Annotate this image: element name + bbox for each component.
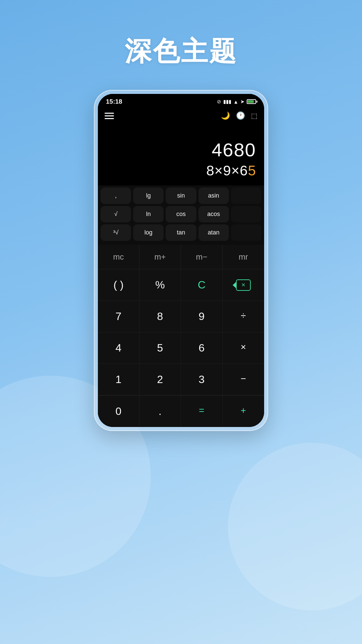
signal-icon: ▮▮▮ <box>223 99 231 105</box>
sci-btn-cos[interactable]: cos <box>166 206 196 222</box>
add-button[interactable]: + <box>223 396 264 427</box>
sci-btn-acos[interactable]: acos <box>198 206 229 222</box>
sci-btn-ln[interactable]: ln <box>133 206 164 222</box>
parentheses-button[interactable]: ( ) <box>98 269 139 301</box>
sci-btn-log[interactable]: log <box>133 224 164 241</box>
sci-btn-atan[interactable]: atan <box>198 224 229 241</box>
memory-row: mc m+ m− mr <box>98 245 264 269</box>
sci-btn-sin[interactable]: sin <box>166 187 196 204</box>
sci-btn-asin[interactable]: asin <box>198 187 229 204</box>
battery-icon <box>247 99 256 104</box>
key-3[interactable]: 3 <box>181 364 223 395</box>
key-8[interactable]: 8 <box>139 301 181 332</box>
key-2[interactable]: 2 <box>139 364 181 395</box>
key-row-789: 7 8 9 ÷ <box>98 301 264 332</box>
percent-button[interactable]: % <box>139 269 181 301</box>
keypad-section: mc m+ m− mr ( ) % C × 7 <box>98 245 264 427</box>
m-plus-button[interactable]: m+ <box>139 245 181 269</box>
bg-decoration-2 <box>228 443 362 610</box>
m-minus-button[interactable]: m− <box>181 245 223 269</box>
key-row-456: 4 5 6 × <box>98 332 264 364</box>
divide-button[interactable]: ÷ <box>223 301 264 332</box>
sci-row-2: √ ln cos acos <box>101 206 261 222</box>
cursor-char: 5 <box>248 163 256 178</box>
key-0[interactable]: 0 <box>98 396 139 427</box>
menu-button[interactable] <box>105 113 114 119</box>
key-row-0: 0 . = + <box>98 395 264 427</box>
subtract-button[interactable]: − <box>223 364 264 395</box>
key-6[interactable]: 6 <box>181 332 223 364</box>
decimal-button[interactable]: . <box>139 396 181 427</box>
sci-btn-extra1[interactable] <box>231 187 261 204</box>
alarm-icon: ⊘ <box>217 99 221 105</box>
mc-button[interactable]: mc <box>98 245 139 269</box>
sci-btn-comma[interactable]: , <box>101 187 131 204</box>
settings-icon[interactable]: ⬚ <box>251 112 257 120</box>
display-area: 4680 8×9×65 <box>98 125 264 185</box>
sci-btn-cbrt[interactable]: ³√ <box>101 224 131 241</box>
phone-frame: 15:18 ⊘ ▮▮▮ ▲ ➤ 🌙 🕐 ⬚ <box>94 90 268 431</box>
key-row-123: 1 2 3 − <box>98 364 264 395</box>
app-header: 🌙 🕐 ⬚ <box>98 108 264 125</box>
sci-btn-sqrt[interactable]: √ <box>101 206 131 222</box>
backspace-icon: × <box>236 279 251 291</box>
status-icons: ⊘ ▮▮▮ ▲ ➤ <box>217 99 256 105</box>
clear-button[interactable]: C <box>181 269 223 301</box>
mr-button[interactable]: mr <box>223 245 264 269</box>
key-4[interactable]: 4 <box>98 332 139 364</box>
status-time: 15:18 <box>106 98 122 105</box>
key-7[interactable]: 7 <box>98 301 139 332</box>
sci-btn-extra2[interactable] <box>231 206 261 222</box>
expression-text: 8×9×6 <box>206 163 248 178</box>
key-1[interactable]: 1 <box>98 364 139 395</box>
key-row-special: ( ) % C × <box>98 269 264 301</box>
sci-btn-lg[interactable]: lg <box>133 187 164 204</box>
key-rows: ( ) % C × 7 8 9 ÷ 4 5 <box>98 269 264 427</box>
key-5[interactable]: 5 <box>139 332 181 364</box>
night-mode-icon[interactable]: 🌙 <box>221 111 230 120</box>
status-bar: 15:18 ⊘ ▮▮▮ ▲ ➤ <box>98 94 264 108</box>
header-right-icons: 🌙 🕐 ⬚ <box>221 111 257 120</box>
sci-row-3: ³√ log tan atan <box>101 224 261 241</box>
key-9[interactable]: 9 <box>181 301 223 332</box>
sci-btn-extra3[interactable] <box>231 224 261 241</box>
result-display: 4680 <box>106 139 256 161</box>
arrow-icon: ➤ <box>240 99 245 105</box>
history-icon[interactable]: 🕐 <box>236 111 245 120</box>
expression-display: 8×9×65 <box>106 163 256 179</box>
phone-screen: 15:18 ⊘ ▮▮▮ ▲ ➤ 🌙 🕐 ⬚ <box>98 94 264 427</box>
sci-section: , lg sin asin √ ln cos acos ³√ log tan a… <box>98 185 264 245</box>
equals-button[interactable]: = <box>181 396 223 427</box>
wifi-icon: ▲ <box>233 99 238 105</box>
page-title: 深色主题 <box>125 34 237 70</box>
sci-btn-tan[interactable]: tan <box>166 224 196 241</box>
backspace-button[interactable]: × <box>223 269 264 301</box>
sci-row-1: , lg sin asin <box>101 187 261 204</box>
multiply-button[interactable]: × <box>223 332 264 364</box>
